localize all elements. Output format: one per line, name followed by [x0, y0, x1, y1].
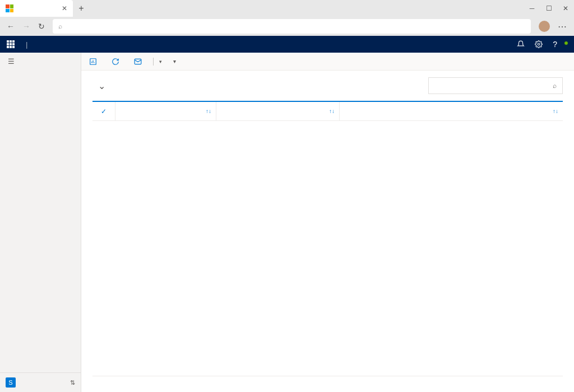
forward-button[interactable]: → — [22, 22, 30, 31]
tab-close-icon[interactable]: ✕ — [62, 4, 67, 12]
main-content: ▾ ▾ ⌄ ⌕ ✓ ↑↓ ↑↓ ↑↓ — [81, 53, 574, 392]
close-window-button[interactable]: ✕ — [557, 4, 574, 12]
browser-toolbar: ← → ↻ ⌕ ⋯ — [0, 17, 574, 36]
col-email[interactable]: ↑↓ — [339, 102, 563, 120]
search-icon: ⌕ — [58, 22, 62, 30]
app-header: | ? — [0, 36, 574, 53]
view-selector-icon[interactable]: ⌄ — [98, 81, 105, 91]
browser-menu-icon[interactable]: ⋯ — [558, 21, 567, 32]
back-button[interactable]: ← — [7, 22, 15, 31]
sort-icon: ↑↓ — [329, 108, 335, 114]
browser-titlebar: ✕ + ─ ☐ ✕ — [0, 0, 574, 17]
gear-icon[interactable] — [535, 40, 543, 48]
chart-icon — [89, 58, 97, 66]
browser-tab[interactable]: ✕ — [0, 0, 73, 17]
show-chart-button[interactable] — [89, 58, 100, 66]
search-icon: ⌕ — [553, 82, 557, 90]
new-tab-button[interactable]: + — [73, 3, 90, 13]
refresh-button[interactable] — [112, 58, 123, 66]
sidebar: ☰ S ⇅ — [0, 53, 81, 392]
grid-status — [92, 383, 563, 392]
mail-icon — [134, 58, 142, 66]
microsoft-logo-icon — [6, 4, 13, 12]
sort-icon: ↑↓ — [206, 108, 211, 114]
command-bar: ▾ ▾ — [81, 53, 574, 71]
chevron-down-icon[interactable]: ▾ — [159, 59, 162, 64]
window-controls: ─ ☐ ✕ — [524, 4, 574, 12]
sales-icon: S — [6, 377, 16, 388]
profile-avatar[interactable] — [539, 21, 550, 32]
alpha-filter — [92, 376, 563, 383]
minimize-button[interactable]: ─ — [524, 4, 540, 12]
email-link-button[interactable]: ▾ — [134, 58, 162, 66]
help-icon[interactable]: ? — [553, 40, 557, 49]
select-all-checkbox[interactable]: ✓ — [92, 108, 115, 115]
divider: | — [26, 40, 27, 49]
col-company[interactable]: ↑↓ — [216, 102, 339, 120]
maximize-button[interactable]: ☐ — [540, 4, 557, 12]
svg-point-0 — [538, 43, 540, 45]
refresh-icon — [112, 58, 119, 66]
address-bar[interactable]: ⌕ — [53, 19, 531, 34]
data-grid: ✓ ↑↓ ↑↓ ↑↓ — [92, 101, 563, 392]
search-records-input[interactable]: ⌕ — [428, 77, 563, 94]
hamburger-icon[interactable]: ☰ — [0, 53, 81, 70]
area-switcher[interactable]: S ⇅ — [0, 372, 81, 392]
grid-header: ✓ ↑↓ ↑↓ ↑↓ — [92, 102, 563, 121]
sort-icon: ↑↓ — [553, 108, 558, 114]
refresh-button[interactable]: ↻ — [38, 22, 45, 31]
bell-icon[interactable] — [517, 40, 525, 48]
col-fullname[interactable]: ↑↓ — [115, 102, 216, 120]
more-commands-icon[interactable]: ▾ — [173, 58, 176, 64]
app-launcher-icon[interactable] — [7, 40, 15, 48]
swap-icon: ⇅ — [70, 379, 75, 386]
